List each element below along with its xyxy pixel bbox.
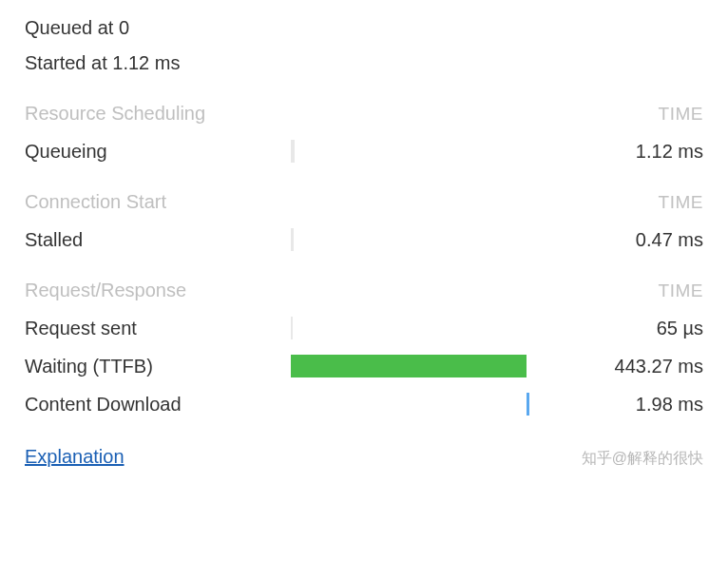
request-sent-row: Request sent 65 µs bbox=[25, 317, 703, 339]
request-response-section: Request/Response TIME Request sent 65 µs… bbox=[25, 280, 703, 416]
row-label: Content Download bbox=[25, 394, 291, 416]
row-label: Request sent bbox=[25, 318, 291, 339]
section-header: Request/Response TIME bbox=[25, 280, 703, 301]
queued-at-text: Queued at 0 bbox=[25, 17, 703, 39]
stalled-bar bbox=[291, 228, 294, 251]
watermark-text: 知乎@解释的很快 bbox=[582, 449, 703, 469]
row-value: 1.98 ms bbox=[530, 394, 703, 416]
content-download-bar bbox=[527, 393, 529, 416]
row-label: Waiting (TTFB) bbox=[25, 356, 291, 377]
timing-bar-area bbox=[291, 393, 530, 416]
section-header: Connection Start TIME bbox=[25, 191, 703, 213]
timing-bar-area bbox=[291, 228, 530, 251]
timing-bar-area bbox=[291, 355, 530, 377]
started-at-text: Started at 1.12 ms bbox=[25, 52, 703, 74]
time-column-header: TIME bbox=[659, 280, 703, 301]
explanation-link[interactable]: Explanation bbox=[25, 446, 125, 468]
row-label: Queueing bbox=[25, 141, 291, 163]
section-title: Connection Start bbox=[25, 191, 166, 213]
section-title: Request/Response bbox=[25, 280, 186, 301]
stalled-row: Stalled 0.47 ms bbox=[25, 228, 703, 251]
timing-bar-area bbox=[291, 140, 530, 163]
time-column-header: TIME bbox=[659, 192, 703, 213]
connection-start-section: Connection Start TIME Stalled 0.47 ms bbox=[25, 191, 703, 251]
queueing-bar bbox=[291, 140, 295, 163]
row-label: Stalled bbox=[25, 229, 291, 251]
section-title: Resource Scheduling bbox=[25, 103, 205, 125]
row-value: 1.12 ms bbox=[530, 141, 703, 163]
request-sent-bar bbox=[291, 317, 293, 339]
row-value: 65 µs bbox=[530, 318, 703, 339]
content-download-row: Content Download 1.98 ms bbox=[25, 393, 703, 416]
timing-bar-area bbox=[291, 317, 530, 339]
queueing-row: Queueing 1.12 ms bbox=[25, 140, 703, 163]
row-value: 0.47 ms bbox=[530, 229, 703, 251]
row-value: 443.27 ms bbox=[530, 356, 703, 377]
resource-scheduling-section: Resource Scheduling TIME Queueing 1.12 m… bbox=[25, 103, 703, 163]
time-column-header: TIME bbox=[659, 104, 703, 125]
waiting-ttfb-row: Waiting (TTFB) 443.27 ms bbox=[25, 355, 703, 377]
section-header: Resource Scheduling TIME bbox=[25, 103, 703, 125]
footer-row: Explanation 知乎@解释的很快 bbox=[25, 446, 703, 469]
waiting-ttfb-bar bbox=[291, 355, 527, 377]
